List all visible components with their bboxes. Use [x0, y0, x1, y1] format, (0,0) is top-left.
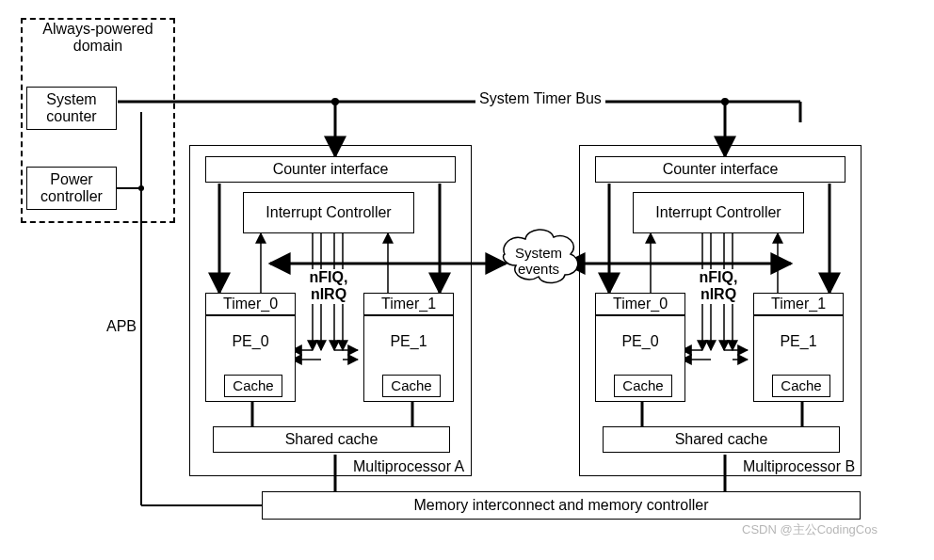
- system-counter: System counter: [26, 87, 117, 130]
- shared-cache-b-label: Shared cache: [675, 431, 768, 448]
- interrupt-controller-b-label: Interrupt Controller: [655, 204, 781, 221]
- memory-interconnect: Memory interconnect and memory controlle…: [262, 491, 861, 520]
- cache-b1: Cache: [772, 375, 830, 397]
- shared-cache-a: Shared cache: [213, 426, 450, 453]
- timer0-a: Timer_0: [205, 293, 296, 315]
- system-events-label: System events: [510, 245, 567, 278]
- shared-cache-a-label: Shared cache: [285, 431, 378, 448]
- always-powered-label: Always-powered domain: [35, 21, 161, 56]
- timer0-b-label: Timer_0: [613, 296, 668, 312]
- cache-a1: Cache: [382, 375, 441, 397]
- multiprocessor-b-label: Multiprocessor B: [743, 458, 855, 475]
- counter-interface-b: Counter interface: [595, 156, 845, 183]
- nfiq-nirq-a: nFIQ, nIRQ: [306, 269, 351, 304]
- cache-b0: Cache: [614, 375, 672, 397]
- timer1-a-label: Timer_1: [381, 296, 436, 312]
- svg-point-1: [331, 98, 339, 105]
- pe0-b-label: PE_0: [621, 333, 658, 350]
- timer1-a: Timer_1: [363, 293, 454, 315]
- pe1-a-label: PE_1: [390, 333, 427, 350]
- multiprocessor-a-label: Multiprocessor A: [353, 458, 464, 475]
- pe0-a-label: PE_0: [232, 333, 268, 350]
- counter-interface-a-label: Counter interface: [273, 161, 389, 178]
- memory-interconnect-label: Memory interconnect and memory controlle…: [413, 497, 708, 514]
- power-controller: Power controller: [26, 167, 117, 210]
- interrupt-controller-a: Interrupt Controller: [243, 192, 414, 233]
- svg-point-2: [721, 98, 729, 105]
- system-counter-label: System counter: [31, 91, 112, 126]
- interrupt-controller-b: Interrupt Controller: [633, 192, 804, 233]
- cache-b0-label: Cache: [622, 377, 663, 393]
- timer0-b: Timer_0: [595, 293, 685, 315]
- pe1-b-label: PE_1: [780, 333, 816, 350]
- timer1-b: Timer_1: [753, 293, 844, 315]
- cache-a1-label: Cache: [391, 377, 431, 393]
- timer0-a-label: Timer_0: [223, 296, 278, 312]
- counter-interface-b-label: Counter interface: [663, 161, 779, 178]
- interrupt-controller-a-label: Interrupt Controller: [266, 204, 391, 221]
- nfiq-nirq-b: nFIQ, nIRQ: [696, 269, 741, 304]
- timer1-b-label: Timer_1: [771, 296, 826, 312]
- cache-a0: Cache: [224, 375, 282, 397]
- system-timer-bus-label: System Timer Bus: [475, 90, 605, 107]
- cache-b1-label: Cache: [781, 377, 821, 393]
- cache-a0-label: Cache: [233, 377, 273, 393]
- power-controller-label: Power controller: [31, 171, 112, 206]
- shared-cache-b: Shared cache: [603, 426, 840, 453]
- watermark: CSDN @主公CodingCos: [742, 521, 878, 538]
- apb-label: APB: [106, 318, 137, 335]
- counter-interface-a: Counter interface: [205, 156, 456, 183]
